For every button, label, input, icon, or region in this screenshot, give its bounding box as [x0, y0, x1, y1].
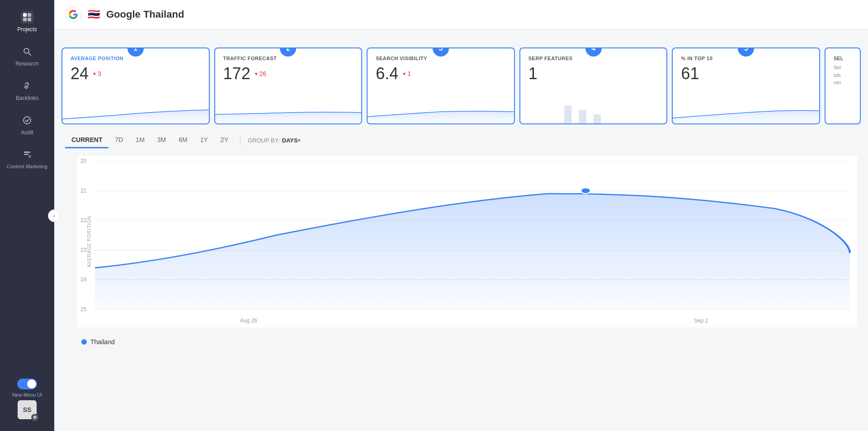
- y-label-20: 20: [80, 158, 86, 164]
- group-by-label: GROUP BY:: [248, 137, 280, 144]
- sparkline-2: [215, 101, 362, 123]
- sidebar-item-label: Audit: [21, 129, 33, 136]
- avatar-gear-icon: ⚙: [31, 414, 38, 421]
- tab-6m[interactable]: 6M: [172, 133, 193, 148]
- y-label-23: 23: [80, 247, 86, 253]
- page-title: Google Thailand: [106, 9, 184, 20]
- svg-rect-11: [594, 114, 601, 123]
- sidebar-item-projects[interactable]: Projects: [0, 5, 54, 39]
- card-value-row-2: 172 ▼ 26: [223, 66, 354, 82]
- chart-highlight-dot: [580, 188, 590, 194]
- change-arrow-1: ▼: [92, 71, 97, 76]
- grid-line-25: 25: [95, 309, 850, 310]
- sidebar-item-label: Backlinks: [16, 95, 39, 101]
- sidebar-item-content-marketing[interactable]: Content Marketing: [0, 142, 54, 176]
- svg-line-5: [28, 53, 31, 55]
- chart-area: 20 21 22 23 24: [54, 148, 868, 335]
- y-label-24: 24: [80, 276, 86, 283]
- sidebar-item-label: Projects: [17, 26, 37, 33]
- card-value-row-4: 1: [528, 66, 659, 82]
- partial-card-text: Seltabran: [834, 64, 852, 86]
- sparkline-4: [520, 101, 667, 123]
- page-header: 🇹🇭 Google Thailand: [54, 0, 868, 29]
- y-label-25: 25: [80, 306, 86, 313]
- card-change-3: ▼ 1: [402, 70, 411, 77]
- group-by-chevron-icon[interactable]: ▾: [298, 137, 301, 143]
- svg-rect-9: [564, 105, 571, 123]
- tab-1y[interactable]: 1Y: [194, 133, 214, 148]
- google-icon: [65, 6, 81, 23]
- tabs-row: CURRENT 7D 1M 3M 6M 1Y 2Y GROUP BY: DAYS…: [54, 124, 868, 148]
- collapse-button[interactable]: ›: [48, 209, 61, 222]
- country-flag: 🇹🇭: [88, 9, 100, 20]
- partial-card-label: Sel: [834, 56, 852, 61]
- metric-card-top10: 5 % IN TOP 10 61: [672, 47, 820, 124]
- card-badge-2: 2: [280, 47, 296, 57]
- card-value-3: 6.4: [376, 66, 398, 82]
- sparkline-1: [62, 101, 209, 123]
- sidebar-item-backlinks[interactable]: Backlinks: [0, 73, 54, 108]
- change-arrow-2: ▼: [254, 71, 259, 76]
- content-marketing-icon: [21, 148, 33, 161]
- backlinks-icon: [21, 80, 33, 92]
- sparkline-3: [368, 101, 514, 123]
- card-badge-4: 4: [585, 47, 602, 57]
- chart-legend: Thailand: [54, 335, 868, 346]
- sidebar-item-label: Content Marketing: [7, 164, 47, 170]
- svg-rect-10: [579, 110, 586, 123]
- toggle-knob: [27, 379, 36, 388]
- metric-card-traffic: 2 TRAFFIC FORECAST 172 ▼ 26: [214, 47, 363, 124]
- card-value-row-1: 24 ▼ 3: [71, 66, 201, 82]
- svg-rect-1: [28, 13, 31, 17]
- sidebar-item-audit[interactable]: Audit: [0, 108, 54, 142]
- legend-dot-thailand: [81, 339, 87, 345]
- chart-container: 20 21 22 23 24: [77, 156, 857, 327]
- sidebar-toggle-area: New Menu UI SS ⚙: [12, 379, 42, 426]
- chart-svg-area: [95, 161, 850, 309]
- card-badge-3: 3: [433, 47, 449, 57]
- metric-card-search-visibility: 3 SEARCH VISIBILITY 6.4 ▼ 1: [367, 47, 515, 124]
- research-icon: [21, 45, 33, 58]
- card-value-row-3: 6.4 ▼ 1: [376, 66, 506, 82]
- main-content: 🇹🇭 Google Thailand 1 AVERAGE POSITION 24…: [54, 0, 868, 431]
- card-change-2: ▼ 26: [254, 70, 266, 77]
- svg-rect-3: [28, 18, 31, 21]
- sidebar-item-label: Research: [15, 61, 38, 67]
- metric-card-serp-features: 4 SERP FEATURES 1: [519, 47, 668, 124]
- card-value-row-5: 61: [681, 66, 811, 82]
- group-by-value[interactable]: DAYS: [282, 137, 298, 144]
- tab-7d[interactable]: 7D: [108, 133, 129, 148]
- sparkline-5: [673, 101, 819, 123]
- tab-divider: [240, 136, 241, 145]
- card-value-5: 61: [681, 66, 699, 82]
- sidebar: › Projects Research Backli: [0, 0, 54, 431]
- y-axis-label: AVERAGE POSITION: [87, 216, 92, 267]
- x-label-aug26: Aug 26: [240, 317, 257, 324]
- change-arrow-3: ▼: [402, 71, 406, 76]
- audit-icon: [21, 114, 33, 127]
- tab-current[interactable]: CURRENT: [65, 133, 108, 148]
- x-label-sep2: Sep 2: [694, 317, 708, 324]
- tab-2y[interactable]: 2Y: [214, 133, 235, 148]
- new-menu-ui-toggle[interactable]: [17, 379, 37, 389]
- card-badge-5: 5: [738, 47, 754, 57]
- metric-card-avg-position: 1 AVERAGE POSITION 24 ▼ 3: [61, 47, 210, 124]
- svg-point-6: [24, 117, 31, 124]
- legend-label-thailand: Thailand: [90, 338, 115, 346]
- card-change-1: ▼ 3: [92, 70, 101, 77]
- svg-rect-7: [24, 152, 30, 153]
- metric-cards-row: 1 AVERAGE POSITION 24 ▼ 3: [54, 42, 868, 124]
- card-value-1: 24: [71, 66, 89, 82]
- sidebar-item-research[interactable]: Research: [0, 39, 54, 73]
- avatar[interactable]: SS ⚙: [18, 400, 37, 419]
- svg-rect-0: [23, 13, 27, 17]
- chart-svg: [95, 161, 850, 309]
- svg-rect-8: [24, 154, 28, 155]
- metric-card-partial: Sel Seltabran: [825, 47, 861, 124]
- tab-3m[interactable]: 3M: [151, 133, 172, 148]
- toggle-label: New Menu UI: [12, 392, 42, 398]
- card-value-2: 172: [223, 66, 250, 82]
- y-label-22: 22: [80, 217, 86, 223]
- card-badge-1: 1: [127, 47, 144, 57]
- tab-1m[interactable]: 1M: [129, 133, 151, 148]
